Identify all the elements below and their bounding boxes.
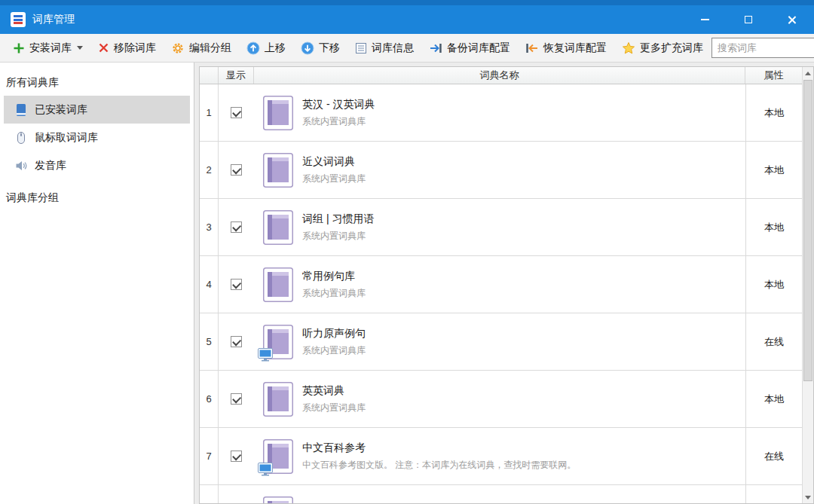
- dictionary-book-icon: [263, 210, 293, 245]
- header-attribute[interactable]: 属性: [745, 67, 802, 84]
- name-cell: 常用例句库 系统内置词典库: [302, 256, 745, 313]
- move-up-button[interactable]: 上移: [240, 38, 292, 58]
- show-cell: [219, 313, 254, 370]
- dropdown-caret-icon: [77, 46, 83, 50]
- table-row[interactable]: 7 中文百科参考 中文百科参考图文版。 注意：本词库为在线词典，查找时需要联网。…: [200, 428, 802, 485]
- dictionary-subtitle: 系统内置词典库: [302, 173, 366, 185]
- show-checkbox[interactable]: [231, 164, 242, 176]
- header-dictionary-name[interactable]: 词典名称: [254, 67, 745, 84]
- sidebar-item-installed-label: 已安装词库: [35, 103, 87, 117]
- table-row[interactable]: 3 词组 | 习惯用语 系统内置词典库 本地: [200, 199, 802, 256]
- remove-x-icon: [98, 42, 109, 53]
- table-row[interactable]: 5 听力原声例句 系统内置词典库 在线: [200, 313, 802, 371]
- dictionary-title: 听力原声例句: [302, 327, 366, 341]
- dictionary-attribute: 本地: [745, 84, 802, 141]
- dictionary-book-icon: [263, 496, 293, 504]
- online-monitor-icon: [258, 463, 273, 476]
- show-checkbox[interactable]: [231, 336, 242, 347]
- sidebar-spacer: [0, 179, 194, 185]
- speaker-icon: [14, 159, 28, 173]
- dictionary-attribute: 本地: [745, 199, 802, 255]
- sidebar-item-pronunciation[interactable]: 发音库: [4, 151, 190, 179]
- show-cell: [219, 142, 254, 198]
- close-button[interactable]: [770, 5, 814, 34]
- show-checkbox[interactable]: [231, 393, 242, 405]
- show-checkbox[interactable]: [231, 279, 242, 290]
- dictionary-attribute: 本地: [745, 142, 802, 198]
- row-number: 3: [200, 199, 219, 255]
- dictionary-subtitle: 系统内置词典库: [302, 115, 366, 128]
- edit-group-label: 编辑分组: [189, 41, 231, 55]
- table-header: 显示 词典名称 属性: [200, 67, 802, 84]
- edit-group-button[interactable]: 编辑分组: [164, 38, 238, 58]
- table-row[interactable]: 2 近义词词典 系统内置词典库 本地: [200, 142, 802, 199]
- backup-config-label: 备份词库配置: [447, 41, 510, 55]
- maximize-button[interactable]: [727, 5, 770, 34]
- table-body: 1 英汉 - 汉英词典 系统内置词典库 本地 2 近义词词典 系: [200, 84, 802, 503]
- name-cell: 英语百科参考: [302, 485, 745, 503]
- dictionary-title: 英汉 - 汉英词典: [302, 98, 375, 111]
- dictionary-attribute: 在线: [745, 313, 802, 370]
- move-down-label: 下移: [319, 41, 340, 55]
- show-checkbox[interactable]: [231, 451, 242, 462]
- sidebar-item-mouse-lookup-label: 鼠标取词词库: [35, 131, 98, 145]
- more-dictionaries-button[interactable]: 更多扩充词库: [615, 38, 710, 58]
- dictionary-title: 词组 | 习惯用语: [302, 212, 374, 226]
- show-checkbox[interactable]: [231, 221, 242, 233]
- sidebar-item-mouse-lookup[interactable]: 鼠标取词词库: [4, 124, 190, 151]
- name-cell: 近义词词典 系统内置词典库: [302, 142, 745, 198]
- dictionary-table: 显示 词典名称 属性 1 英汉 - 汉英词典 系统内置词典库 本地 2: [199, 66, 814, 504]
- move-up-label: 上移: [265, 41, 286, 55]
- close-icon: [788, 15, 797, 25]
- restore-config-button[interactable]: 恢复词库配置: [519, 38, 614, 58]
- backup-arrow-icon: [429, 42, 442, 54]
- scroll-up-button[interactable]: [803, 67, 813, 79]
- dictionary-subtitle: 系统内置词典库: [302, 344, 366, 357]
- minimize-icon: [701, 19, 709, 20]
- dictionary-attribute: 本地: [745, 256, 802, 313]
- search-input[interactable]: [711, 38, 814, 58]
- show-cell: [219, 199, 254, 255]
- restore-config-label: 恢复词库配置: [543, 41, 607, 55]
- plus-icon: [13, 42, 25, 54]
- table-row[interactable]: 1 英汉 - 汉英词典 系统内置词典库 本地: [200, 84, 802, 142]
- dictionary-info-button[interactable]: 词库信息: [348, 38, 421, 58]
- show-cell: [219, 428, 254, 484]
- sidebar-item-installed[interactable]: 已安装词库: [4, 96, 190, 124]
- remove-dictionary-button[interactable]: 移除词库: [91, 38, 163, 58]
- dictionary-book-icon: [263, 96, 293, 130]
- more-dictionaries-label: 更多扩充词库: [640, 41, 703, 55]
- show-cell: [219, 485, 254, 503]
- sidebar-section-all-dictionaries[interactable]: 所有词典库: [0, 70, 194, 96]
- name-cell: 听力原声例句 系统内置词典库: [302, 313, 745, 370]
- header-row-number: [200, 67, 219, 84]
- main-area: 所有词典库 已安装词库 鼠标取词词库 发音库: [0, 63, 814, 504]
- book-icon: [14, 103, 28, 117]
- dictionary-manager-window: 词库管理 安装词库 移除词库 编辑分组: [0, 0, 814, 504]
- table-row[interactable]: 8 英语百科参考: [200, 485, 802, 503]
- row-number: 2: [200, 142, 219, 198]
- vertical-scrollbar[interactable]: [802, 67, 813, 503]
- header-show[interactable]: 显示: [219, 67, 254, 84]
- dictionary-subtitle: 系统内置词典库: [302, 230, 366, 243]
- restore-arrow-icon: [525, 42, 539, 54]
- show-cell: [219, 256, 254, 313]
- minimize-button[interactable]: [683, 5, 727, 34]
- row-number: 6: [200, 371, 219, 427]
- sidebar: 所有词典库 已安装词库 鼠标取词词库 发音库: [0, 63, 194, 504]
- mouse-icon: [14, 131, 28, 145]
- table-row[interactable]: 6 英英词典 系统内置词典库 本地: [200, 371, 802, 428]
- window-title: 词库管理: [32, 13, 75, 26]
- book-cell: [254, 199, 302, 255]
- install-dictionary-button[interactable]: 安装词库: [6, 38, 90, 58]
- move-down-button[interactable]: 下移: [294, 38, 347, 58]
- dictionary-book-icon: [263, 153, 293, 188]
- sidebar-section-groups[interactable]: 词典库分组: [0, 185, 194, 211]
- table-row[interactable]: 4 常用例句库 系统内置词典库 本地: [200, 256, 802, 313]
- dictionary-title: 中文百科参考: [302, 441, 366, 455]
- show-checkbox[interactable]: [231, 107, 242, 118]
- scrollbar-thumb[interactable]: [803, 80, 812, 381]
- dictionary-title: 常用例句库: [302, 270, 355, 283]
- scroll-down-button[interactable]: [803, 491, 813, 503]
- backup-config-button[interactable]: 备份词库配置: [422, 38, 517, 58]
